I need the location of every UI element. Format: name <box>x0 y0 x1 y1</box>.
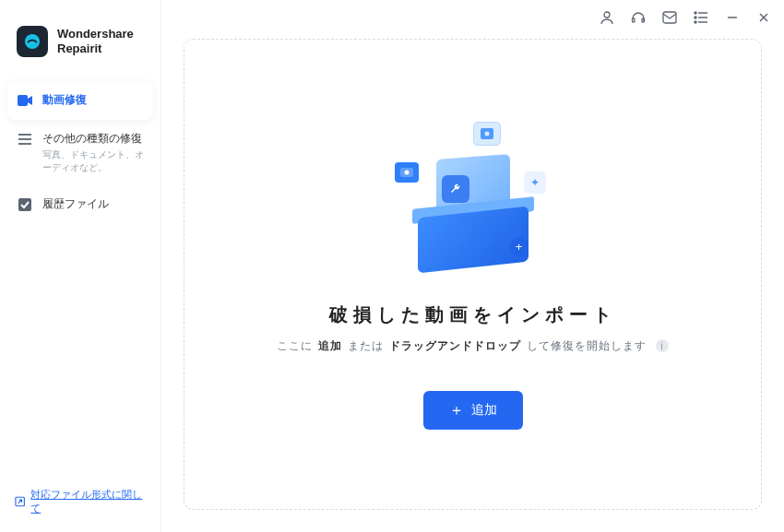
svg-rect-1 <box>18 95 28 106</box>
svg-point-13 <box>695 17 696 18</box>
sidebar-item-video-repair[interactable]: 動画修復 <box>7 81 153 120</box>
video-icon <box>17 92 33 109</box>
svg-point-0 <box>25 34 40 49</box>
svg-point-23 <box>404 170 409 174</box>
app-logo: Wondershare Repairit <box>0 0 160 76</box>
minimize-icon[interactable] <box>723 8 742 27</box>
menu-list-icon[interactable] <box>692 8 710 27</box>
svg-point-21 <box>484 131 489 136</box>
svg-rect-2 <box>18 134 31 136</box>
dropzone-headline: 破損した動画をインポート <box>329 302 617 327</box>
svg-rect-3 <box>18 138 31 140</box>
plus-icon: ＋ <box>449 403 464 418</box>
svg-rect-10 <box>663 12 676 23</box>
plus-circle-icon: + <box>510 238 529 256</box>
close-icon[interactable] <box>754 8 773 27</box>
headset-icon[interactable] <box>629 8 647 27</box>
add-button[interactable]: ＋ 追加 <box>423 391 523 430</box>
topbar <box>161 0 784 35</box>
sidebar-nav: 動画修復 その他の種類の修復 写真、ドキュメント、オーディオなど。 履歴ファイル <box>0 76 160 224</box>
import-dropzone[interactable]: ✦ + 破損した動画をインポート ここに 追加 または ドラッグアンドドロップ … <box>184 39 762 510</box>
logo-icon <box>17 26 48 57</box>
main-area: ✦ + 破損した動画をインポート ここに 追加 または ドラッグアンドドロップ … <box>161 0 784 532</box>
mail-icon[interactable] <box>660 8 679 27</box>
sidebar-item-other-repair[interactable]: その他の種類の修復 写真、ドキュメント、オーディオなど。 <box>7 120 153 185</box>
import-illustration: ✦ + <box>390 120 556 286</box>
check-icon <box>17 196 33 213</box>
list-icon <box>17 131 33 148</box>
sidebar-item-label: その他の種類の修復 <box>42 131 144 147</box>
app-name: Wondershare Repairit <box>57 27 134 55</box>
footer-link-label: 対応ファイル形式に関して <box>30 488 146 515</box>
content: ✦ + 破損した動画をインポート ここに 追加 または ドラッグアンドドロップ … <box>161 35 784 532</box>
external-link-icon <box>15 496 25 507</box>
info-icon[interactable]: i <box>656 339 669 352</box>
user-icon[interactable] <box>598 8 616 27</box>
sidebar-item-sublabel: 写真、ドキュメント、オーディオなど。 <box>42 148 144 174</box>
sidebar: Wondershare Repairit 動画修復 その他の種類の修復 写真、ド… <box>0 0 161 532</box>
media-card-icon <box>473 122 501 146</box>
sidebar-item-history[interactable]: 履歴ファイル <box>7 185 153 224</box>
sidebar-item-label: 履歴ファイル <box>42 196 109 212</box>
svg-rect-8 <box>633 18 636 22</box>
svg-point-11 <box>695 12 696 14</box>
sparkle-card-icon: ✦ <box>524 171 546 194</box>
sidebar-footer: 対応ファイル形式に関して <box>0 471 160 532</box>
svg-rect-4 <box>18 143 31 145</box>
supported-formats-link[interactable]: 対応ファイル形式に関して <box>15 488 146 515</box>
camera-card-icon <box>395 162 419 183</box>
wrench-icon <box>442 175 469 203</box>
add-button-label: 追加 <box>471 402 497 419</box>
svg-rect-5 <box>18 198 31 211</box>
svg-point-7 <box>604 12 610 18</box>
dropzone-subline: ここに 追加 または ドラッグアンドドロップ して修復を開始します i <box>277 338 669 354</box>
svg-point-15 <box>695 21 696 23</box>
svg-rect-9 <box>642 18 645 22</box>
sidebar-item-label: 動画修復 <box>42 92 87 108</box>
